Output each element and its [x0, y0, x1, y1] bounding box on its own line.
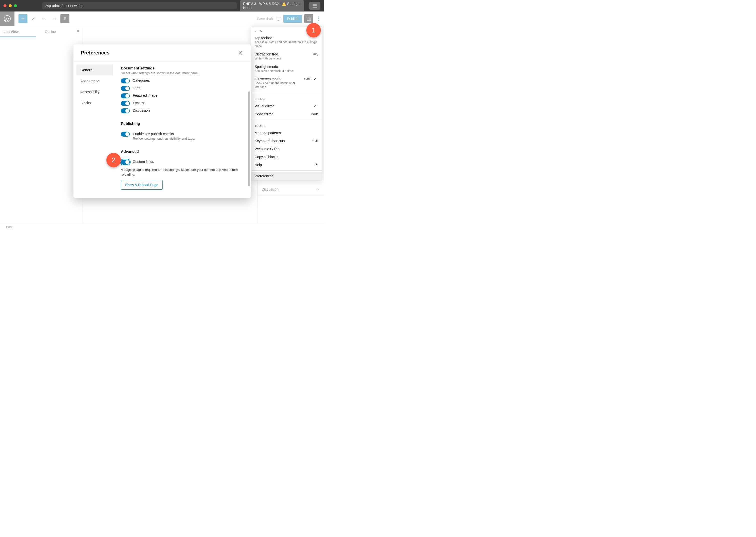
label-discussion: Discussion	[133, 108, 150, 112]
menu-spotlight-mode[interactable]: Spotlight modeFocus on one block at a ti…	[251, 63, 322, 75]
nav-blocks[interactable]: Blocks	[76, 98, 113, 108]
section-advanced: Advanced	[121, 149, 243, 154]
close-icon	[238, 50, 243, 56]
menu-visual-editor[interactable]: Visual editor ✓	[251, 102, 322, 110]
label-custom-fields: Custom fields	[133, 160, 154, 164]
nav-accessibility[interactable]: Accessibility	[76, 86, 113, 98]
desc-prepublish: Review settings, such as visibility and …	[133, 137, 195, 141]
window-titlebar: /wp-admin/post-new.php PHP 8.3 - WP 6.5-…	[0, 0, 324, 12]
nav-general[interactable]: General	[76, 64, 113, 75]
menu-section-editor: Editor	[251, 95, 322, 102]
toggle-categories[interactable]	[121, 78, 130, 83]
annotation-1: 1	[306, 23, 321, 37]
menu-distraction-free[interactable]: Distraction freeWrite with calmness ⇧⌘\	[251, 50, 322, 63]
nav-appearance[interactable]: Appearance	[76, 75, 113, 86]
traffic-lights	[4, 4, 17, 7]
zoom-window-icon[interactable]	[14, 4, 17, 7]
scrollbar[interactable]	[248, 91, 250, 186]
menu-keyboard-shortcuts[interactable]: Keyboard shortcuts⌃⌥H	[251, 137, 322, 145]
preferences-content: Document settings Select what settings a…	[116, 62, 251, 198]
url-field[interactable]: /wp-admin/post-new.php	[42, 2, 237, 9]
toggle-excerpt[interactable]	[121, 101, 130, 106]
menu-code-editor[interactable]: Code editor ⇧⌥⌘M	[251, 110, 322, 118]
label-tags: Tags	[133, 86, 140, 90]
section-publishing: Publishing	[121, 121, 243, 126]
preferences-nav: General Appearance Accessibility Blocks	[73, 62, 116, 198]
menu-preferences[interactable]: Preferences	[251, 172, 322, 180]
label-featured-image: Featured image	[133, 94, 157, 98]
toggle-custom-fields[interactable]	[121, 160, 130, 165]
modal-close-button[interactable]	[238, 50, 243, 56]
show-reload-button[interactable]: Show & Reload Page	[121, 180, 163, 189]
label-excerpt: Excerpt	[133, 101, 144, 105]
hamburger-icon	[313, 4, 317, 8]
label-categories: Categories	[133, 78, 150, 82]
reload-message: A page reload is required for this chang…	[121, 168, 243, 177]
toggle-tags[interactable]	[121, 86, 130, 91]
toggle-discussion[interactable]	[121, 108, 130, 113]
annotation-2: 2	[106, 153, 121, 167]
menu-copy-all-blocks[interactable]: Copy all blocks	[251, 153, 322, 161]
env-status-pill: PHP 8.3 - WP 6.5-RC2 - ⚠️ Storage: None	[240, 0, 304, 11]
section-document-settings: Document settings	[121, 66, 243, 70]
menu-section-tools: Tools	[251, 121, 322, 129]
app-menu-button[interactable]	[309, 2, 320, 10]
menu-welcome-guide[interactable]: Welcome Guide	[251, 145, 322, 153]
menu-help[interactable]: Help	[251, 161, 322, 169]
toggle-prepublish[interactable]	[121, 132, 130, 137]
check-icon: ✓	[314, 104, 318, 108]
label-prepublish: Enable pre-publish checks	[133, 132, 174, 136]
external-link-icon	[314, 163, 318, 167]
section-document-settings-desc: Select what settings are shown in the do…	[121, 71, 243, 75]
check-icon: ✓	[314, 77, 318, 81]
menu-fullscreen-mode[interactable]: Fullscreen modeShow and hide the admin u…	[251, 75, 322, 91]
close-window-icon[interactable]	[4, 4, 7, 7]
minimize-window-icon[interactable]	[9, 4, 12, 7]
menu-manage-patterns[interactable]: Manage patterns	[251, 129, 322, 137]
toggle-featured-image[interactable]	[121, 94, 130, 99]
modal-title: Preferences	[81, 50, 110, 56]
preferences-modal: Preferences General Appearance Accessibi…	[73, 44, 251, 198]
more-options-menu: View Top toolbarAccess all block and doc…	[251, 26, 322, 180]
